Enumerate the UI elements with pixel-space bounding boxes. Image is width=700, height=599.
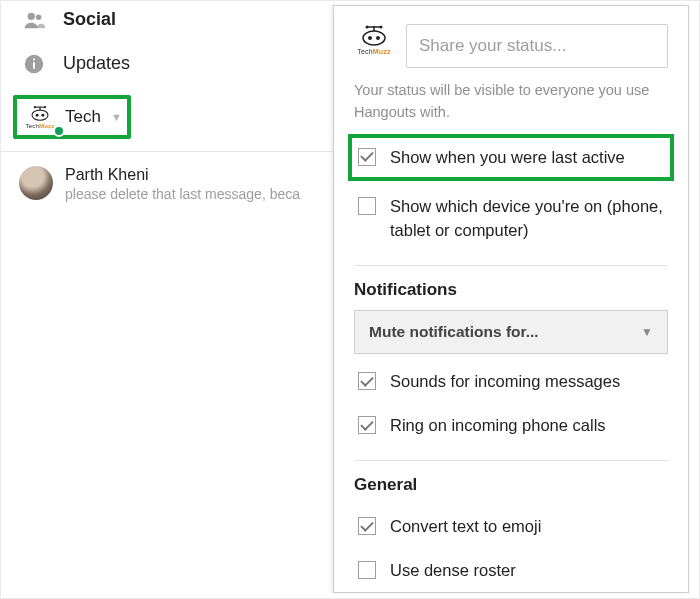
svg-point-14	[376, 36, 380, 40]
show-last-active-label: Show when you were last active	[390, 146, 625, 170]
settings-panel: TechMuzz Your status will be visible to …	[333, 5, 689, 593]
mute-notifications-select[interactable]: Mute notifications for... ▼	[354, 310, 668, 354]
mute-label: Mute notifications for...	[369, 323, 539, 341]
sounds-label: Sounds for incoming messages	[390, 370, 620, 394]
convert-emoji-label: Convert text to emoji	[390, 515, 541, 539]
account-name: Tech	[65, 107, 101, 127]
status-row: TechMuzz	[354, 24, 668, 68]
svg-point-7	[41, 114, 44, 117]
convert-emoji-row[interactable]: Convert text to emoji	[354, 505, 668, 549]
info-icon	[19, 51, 49, 75]
people-icon	[19, 7, 49, 31]
svg-point-0	[28, 13, 35, 20]
svg-rect-3	[33, 62, 35, 68]
checkbox-checked-icon[interactable]	[358, 148, 376, 166]
svg-point-12	[363, 31, 385, 45]
conversation-row[interactable]: Parth Kheni please delete that last mess…	[1, 158, 341, 210]
divider	[1, 151, 341, 152]
ring-label: Ring on incoming phone calls	[390, 414, 606, 438]
svg-point-6	[36, 114, 39, 117]
checkbox-checked-icon[interactable]	[358, 416, 376, 434]
checkbox-unchecked-icon[interactable]	[358, 561, 376, 579]
svg-point-13	[368, 36, 372, 40]
sidebar: Social Updates TechMuzz Tech ▼ Parth Khe…	[1, 1, 341, 210]
show-device-row[interactable]: Show which device you're on (phone, tabl…	[354, 185, 668, 253]
divider	[354, 460, 668, 461]
message-snippet: please delete that last message, beca	[65, 186, 300, 202]
svg-point-10	[34, 106, 36, 108]
general-title: General	[354, 475, 668, 495]
show-device-label: Show which device you're on (phone, tabl…	[390, 195, 664, 243]
svg-point-11	[44, 106, 46, 108]
checkbox-checked-icon[interactable]	[358, 372, 376, 390]
svg-point-5	[32, 110, 48, 120]
show-last-active-row[interactable]: Show when you were last active	[348, 134, 674, 182]
checkbox-checked-icon[interactable]	[358, 517, 376, 535]
chevron-down-icon: ▼	[641, 325, 653, 339]
dense-roster-label: Use dense roster	[390, 559, 516, 583]
sidebar-item-updates[interactable]: Updates	[1, 45, 341, 89]
ring-row[interactable]: Ring on incoming phone calls	[354, 404, 668, 448]
dense-roster-row[interactable]: Use dense roster	[354, 549, 668, 593]
sounds-row[interactable]: Sounds for incoming messages	[354, 360, 668, 404]
status-hint: Your status will be visible to everyone …	[354, 80, 668, 124]
sidebar-item-label: Updates	[63, 51, 130, 74]
sidebar-item-social[interactable]: Social	[1, 1, 341, 45]
avatar	[19, 166, 53, 200]
svg-point-18	[380, 26, 383, 29]
svg-rect-4	[33, 59, 35, 61]
svg-point-1	[36, 15, 42, 21]
account-switcher[interactable]: TechMuzz Tech ▼	[13, 95, 131, 139]
svg-point-17	[366, 26, 369, 29]
divider	[354, 265, 668, 266]
sidebar-item-label: Social	[63, 7, 116, 30]
chevron-down-icon: ▼	[111, 111, 122, 123]
status-input[interactable]	[406, 24, 668, 68]
account-avatar: TechMuzz	[25, 105, 55, 129]
panel-avatar: TechMuzz	[354, 24, 394, 55]
presence-indicator	[53, 125, 65, 137]
contact-name: Parth Kheni	[65, 166, 300, 184]
checkbox-unchecked-icon[interactable]	[358, 197, 376, 215]
notifications-title: Notifications	[354, 280, 668, 300]
